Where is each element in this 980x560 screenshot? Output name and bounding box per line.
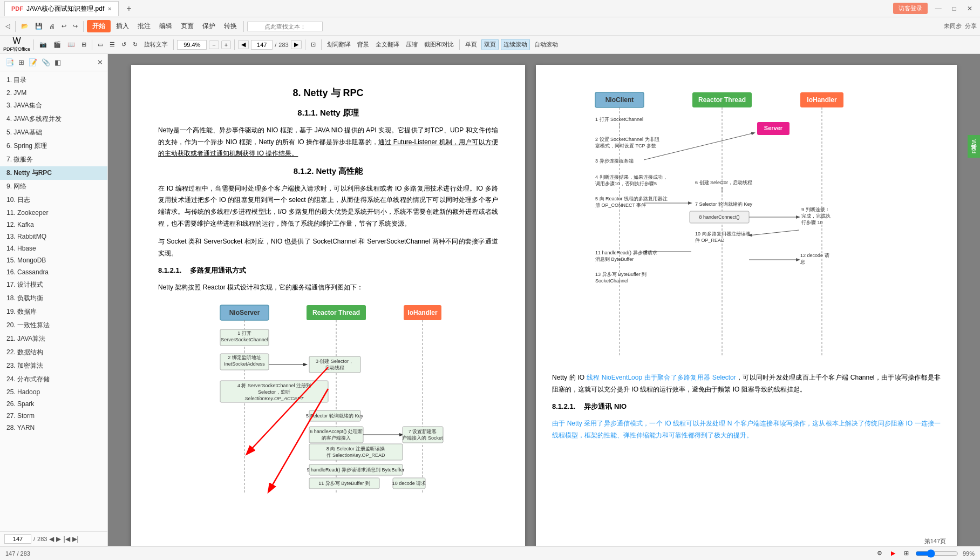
sidebar-item-1[interactable]: 2. JVM (0, 87, 107, 99)
sidebar-prev-btn[interactable]: ◀ (49, 535, 54, 543)
select-btn[interactable]: ▭ (96, 40, 105, 49)
open-start-btn[interactable]: 开始 (87, 20, 111, 32)
next-page-btn[interactable]: ▶ (291, 40, 302, 49)
full-trans-btn[interactable]: 全文翻译 (373, 39, 401, 50)
sidebar-item-25[interactable]: 26. Spark (0, 398, 107, 410)
status-grid-btn[interactable]: ⊞ (902, 549, 911, 558)
svg-text:5 Selector 轮询就绪的 Key: 5 Selector 轮询就绪的 Key (306, 413, 364, 419)
sidebar-item-23[interactable]: 24. 分布式存储 (0, 373, 107, 386)
pdf-film-btn[interactable]: 🎬 (51, 40, 63, 49)
undo2-btn[interactable]: ↺ (119, 40, 128, 49)
minimize-btn[interactable]: — (932, 5, 945, 12)
sidebar-item-18[interactable]: 19. 数据库 (0, 305, 107, 319)
redo2-btn[interactable]: ↻ (131, 40, 140, 49)
sidebar-item-24[interactable]: 25. Hadoop (0, 386, 107, 398)
sidebar-item-26[interactable]: 27. Storm (0, 410, 107, 422)
fit-page-btn[interactable]: ⊡ (309, 40, 318, 49)
bg-btn[interactable]: 背景 (355, 39, 371, 50)
print-btn[interactable]: 🖨 (47, 22, 57, 31)
compress-btn[interactable]: 压缩 (404, 39, 420, 50)
sidebar-item-13[interactable]: 14. Hbase (0, 242, 107, 254)
sidebar-item-17[interactable]: 18. 负载均衡 (0, 292, 107, 305)
sidebar-last-btn[interactable]: ▶| (72, 535, 79, 543)
sidebar-item-10[interactable]: 11. Zookeeper (0, 207, 107, 219)
share-btn[interactable]: 分享 (965, 22, 977, 30)
sidebar-bookmark-btn[interactable]: 📑 (4, 57, 15, 68)
netty-io-para: Netty 的 IO 线程 NioEventLoop 由于聚合了多路复用器 Se… (552, 372, 941, 395)
rotate-text-btn[interactable]: 旋转文字 (142, 39, 170, 50)
sidebar-close-btn[interactable]: ✕ (97, 58, 103, 66)
open-file-btn[interactable]: 📂 (19, 22, 31, 31)
svg-text:5 向 Reactor 线程的多路复用器注: 5 向 Reactor 线程的多路复用器注 (595, 196, 668, 201)
sep8 (305, 39, 305, 50)
sidebar-item-5[interactable]: 6. Spring 原理 (0, 139, 107, 153)
edit-btn[interactable]: 编辑 (156, 21, 175, 32)
sidebar-annot-btn[interactable]: 📝 (28, 57, 38, 68)
close-win-btn[interactable]: ✕ (964, 5, 976, 12)
sidebar-item-21[interactable]: 22. 数据结构 (0, 346, 107, 359)
new-tab-btn[interactable]: + (123, 4, 134, 14)
auto-scroll-btn[interactable]: 自动滚动 (532, 39, 560, 50)
sidebar-first-btn[interactable]: |◀ (63, 535, 70, 543)
convert-btn[interactable]: 转换 (221, 21, 240, 32)
annotate-btn[interactable]: 批注 (134, 21, 154, 32)
tab-close-btn[interactable]: ✕ (107, 6, 112, 12)
double-page-btn[interactable]: 双页 (481, 39, 499, 50)
undo-btn[interactable]: ↩ (59, 22, 69, 31)
sidebar-item-9[interactable]: 10. 日志 (0, 193, 107, 207)
sidebar-item-22[interactable]: 23. 加密算法 (0, 359, 107, 373)
sidebar-item-11[interactable]: 12. Kafka (0, 219, 107, 231)
screenshot-btn[interactable]: 📷 (37, 40, 49, 49)
sidebar-item-4[interactable]: 5. JAVA基础 (0, 126, 107, 139)
single-page-btn[interactable]: 单页 (463, 39, 479, 50)
svg-text:IoHandler: IoHandler (407, 309, 438, 316)
search-input[interactable] (247, 22, 323, 31)
status-play-btn[interactable]: ▶ (889, 549, 897, 558)
zoom-in-btn[interactable]: + (221, 41, 231, 49)
sidebar-thumb-btn[interactable]: ⊞ (17, 57, 25, 68)
status-settings-btn[interactable]: ⚙ (875, 549, 884, 558)
sidebar-item-20[interactable]: 21. JAVA算法 (0, 332, 107, 346)
pdf-tab[interactable]: PDF JAVA核心面试知识整理.pdf ✕ (4, 1, 119, 16)
sidebar-item-6[interactable]: 7. 微服务 (0, 153, 107, 166)
sidebar-item-16[interactable]: 17. 设计模式 (0, 278, 107, 292)
sidebar-item-7[interactable]: 8. Netty 与RPC (0, 166, 107, 180)
sidebar-attach-btn[interactable]: 📎 (40, 57, 51, 68)
sep2 (83, 21, 84, 32)
sidebar-layer-btn[interactable]: ◧ (53, 57, 62, 68)
sidebar-page-input[interactable] (4, 534, 31, 544)
back-btn[interactable]: ◁ (3, 22, 12, 31)
sidebar-item-14[interactable]: 15. MongoDB (0, 254, 107, 266)
sidebar-item-3[interactable]: 4. JAVA多线程并发 (0, 112, 107, 126)
pdf-to-office-btn[interactable]: W PDF转Office (3, 36, 30, 53)
zoom-input[interactable] (177, 40, 207, 50)
page-btn[interactable]: 页面 (178, 21, 197, 32)
sidebar-item-0[interactable]: 1. 目录 (0, 73, 107, 87)
sidebar-item-8[interactable]: 9. 网络 (0, 180, 107, 193)
toolbar2: W PDF转Office 📷 🎬 📖 ⊞ ▭ ☰ ↺ ↻ 旋转文字 − + ◀ … (0, 36, 980, 54)
protect-btn[interactable]: 保护 (199, 21, 219, 32)
continuous-btn[interactable]: 连续滚动 (501, 39, 530, 50)
read-mode-btn[interactable]: 📖 (65, 40, 77, 49)
prev-page-btn[interactable]: ◀ (238, 40, 249, 49)
zoom-out-btn[interactable]: − (209, 41, 219, 49)
restore-btn[interactable]: □ (949, 5, 959, 12)
sidebar-item-12[interactable]: 13. RabbitMQ (0, 231, 107, 242)
table-btn[interactable]: ⊞ (79, 40, 89, 49)
sidebar-item-19[interactable]: 20. 一致性算法 (0, 319, 107, 332)
compare-btn[interactable]: 截图和对比 (422, 39, 456, 50)
sidebar-item-27[interactable]: 28. YARN (0, 422, 107, 434)
convert-to-word-btn[interactable]: 转为Word (968, 135, 980, 158)
save-btn[interactable]: 💾 (33, 22, 45, 31)
redo-btn[interactable]: ↪ (71, 22, 80, 31)
page-current-input[interactable] (251, 40, 273, 50)
zoom-slider[interactable] (915, 549, 958, 558)
pdf-area: 8. Netty 与 RPC 8.1.1. Netty 原理 Netty是一个高… (108, 54, 980, 546)
sidebar-item-15[interactable]: 16. Cassandra (0, 266, 107, 278)
sidebar-next-btn[interactable]: ▶ (56, 535, 61, 543)
visit-btn[interactable]: 访客登录 (893, 3, 928, 14)
sidebar-item-2[interactable]: 3. JAVA集合 (0, 99, 107, 112)
hand-btn[interactable]: ☰ (107, 40, 117, 49)
insert-btn[interactable]: 插入 (113, 21, 132, 32)
word-trans-btn[interactable]: 划词翻译 (325, 39, 353, 50)
